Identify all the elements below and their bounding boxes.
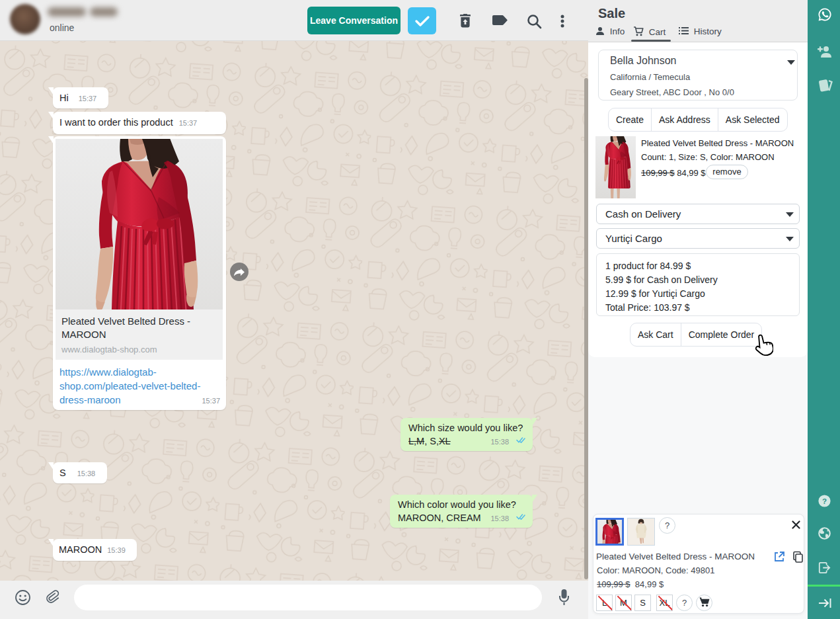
svg-text:?: ? (822, 497, 827, 505)
